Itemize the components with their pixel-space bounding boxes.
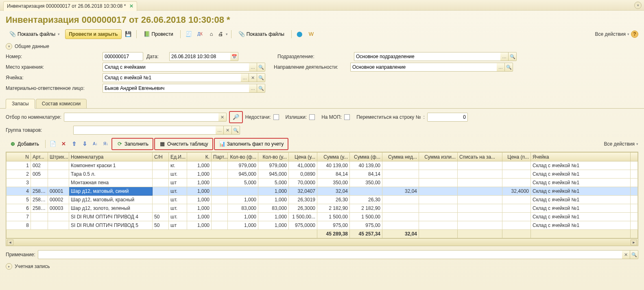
cell[interactable] [31, 213, 48, 221]
cell[interactable] [419, 196, 458, 204]
cell[interactable]: 4 [7, 187, 31, 196]
nomen-filter-input[interactable] [64, 113, 218, 122]
open-button[interactable]: 🔍 [630, 250, 638, 259]
cell[interactable] [458, 161, 502, 170]
cell[interactable]: Склад с ячейкой №1 [531, 213, 631, 221]
cell[interactable]: 1,000 [187, 213, 212, 221]
general-data-collapser[interactable]: ▾ Общие данные [0, 41, 644, 51]
related-docs-button[interactable]: 🧾 [184, 29, 194, 39]
open-button[interactable]: 🔍 [257, 84, 265, 93]
number-input[interactable] [103, 52, 143, 61]
cell[interactable]: шт [169, 179, 187, 187]
cell[interactable]: шт. [169, 170, 187, 179]
cell[interactable] [419, 179, 458, 187]
structure-button[interactable]: ⌂ [207, 29, 216, 39]
dtkt-button[interactable]: ДК [195, 29, 205, 39]
sort-asc-button[interactable]: A↓ [90, 139, 100, 149]
cell-input[interactable] [103, 73, 241, 82]
cell[interactable] [48, 161, 69, 170]
table-all-actions-button[interactable]: Все действия▾ [604, 141, 638, 147]
cell[interactable] [419, 213, 458, 221]
group-input[interactable] [73, 126, 216, 135]
cell[interactable] [350, 187, 382, 196]
cell[interactable]: 5,000 [228, 179, 258, 187]
calendar-button[interactable]: 📅 [230, 52, 238, 61]
show-files-button-2[interactable]: 📎Показать файлы [235, 29, 288, 39]
activity-input[interactable] [350, 63, 497, 72]
close-tab-icon[interactable]: ✕ [129, 3, 133, 9]
cell[interactable] [31, 179, 48, 187]
cell[interactable]: Склад с ячейкой №1 [531, 221, 631, 230]
cell[interactable]: 25852 [31, 187, 48, 196]
cell[interactable] [502, 170, 531, 179]
cell[interactable]: кг. [169, 161, 187, 170]
wiki-button[interactable]: W [306, 29, 316, 39]
cell[interactable] [212, 196, 228, 204]
print-button[interactable]: 🖨▾ [218, 29, 228, 39]
mop-checkbox[interactable] [344, 114, 350, 120]
cell[interactable]: 1,000 [187, 161, 212, 170]
move-up-button[interactable]: ⇧ [69, 139, 79, 149]
help-button[interactable]: ? [631, 31, 638, 38]
cell[interactable] [631, 170, 638, 179]
select-button[interactable]: … [497, 63, 505, 72]
table-row[interactable]: 52585100002Шар д12, матовый, красныйшт.1… [7, 196, 638, 204]
cell[interactable]: 1 500,00 [317, 213, 350, 221]
select-button[interactable]: … [249, 84, 257, 93]
scroll-right-button[interactable]: ► [631, 240, 637, 245]
table-row[interactable]: 1002Компонент краски 1кг.1,000979,000979… [7, 161, 638, 170]
cell[interactable]: шт [169, 221, 187, 230]
col-unit[interactable]: Ед.И... [169, 153, 187, 161]
cell[interactable]: 1,000 [258, 213, 289, 221]
document-tab[interactable]: Инвентаризация 000000017 от 26.06.2018 1… [3, 1, 137, 11]
cell[interactable] [631, 187, 638, 196]
add-row-button[interactable]: ⊕Добавить [6, 139, 43, 149]
col-art[interactable]: Арт... [31, 153, 48, 161]
cell[interactable]: 00003 [48, 204, 69, 213]
cell[interactable] [382, 161, 419, 170]
cell[interactable]: 32,0407 [289, 187, 317, 196]
storage-input[interactable] [103, 63, 249, 72]
cell[interactable]: 00001 [48, 187, 69, 196]
cell[interactable]: 5,000 [258, 179, 289, 187]
table-row[interactable]: 42585200001Шар д12, матовый, синийшт.1,0… [7, 187, 638, 196]
cell[interactable]: 25850 [31, 204, 48, 213]
cell[interactable]: 1 [7, 161, 31, 170]
table-row[interactable]: 3Монтажная пенашт1,0005,0005,00070,00003… [7, 179, 638, 187]
cell[interactable] [31, 221, 48, 230]
cell[interactable]: 6 [7, 204, 31, 213]
col-sizl[interactable]: Сумма изли... [419, 153, 458, 161]
open-button[interactable]: 🔍 [257, 73, 265, 82]
col-sf[interactable]: Сумма (ф... [350, 153, 382, 161]
cell[interactable]: 1,000 [187, 221, 212, 230]
open-button[interactable]: 🔍 [509, 52, 517, 61]
cell[interactable]: 83,000 [228, 204, 258, 213]
cell[interactable] [419, 161, 458, 170]
cell[interactable]: Склад с ячейкой №1 [531, 187, 631, 196]
sort-desc-button[interactable]: Я↓ [101, 139, 111, 149]
cell[interactable]: 1,000 [228, 221, 258, 230]
cell[interactable]: шт. [169, 187, 187, 196]
pick-button[interactable]: 🔎 [230, 112, 242, 122]
clear-button[interactable]: ✕ [249, 73, 257, 82]
collapse-toggle-icon[interactable]: ▾ [6, 43, 12, 50]
notes-input[interactable] [38, 250, 622, 259]
cell[interactable]: 945,000 [228, 170, 258, 179]
cell[interactable]: 26,3019 [289, 196, 317, 204]
cell[interactable] [419, 204, 458, 213]
save-button[interactable]: 💾 [123, 29, 133, 39]
cell[interactable] [382, 213, 419, 221]
cell[interactable]: 979,000 [228, 161, 258, 170]
cell[interactable] [48, 179, 69, 187]
col-pu[interactable]: Цена (у... [289, 153, 317, 161]
clear-table-button[interactable]: ▦Очистить таблицу [155, 139, 212, 149]
cell[interactable] [458, 170, 502, 179]
cell[interactable]: 350,00 [317, 179, 350, 187]
cell[interactable]: 1,000 [187, 170, 212, 179]
cell[interactable]: 0,0890 [289, 170, 317, 179]
cell[interactable] [502, 196, 531, 204]
cell[interactable] [153, 196, 169, 204]
move-down-button[interactable]: ⇩ [80, 139, 90, 149]
cell[interactable]: Шар д12, золото, зеленый [69, 204, 153, 213]
cell[interactable] [502, 179, 531, 187]
